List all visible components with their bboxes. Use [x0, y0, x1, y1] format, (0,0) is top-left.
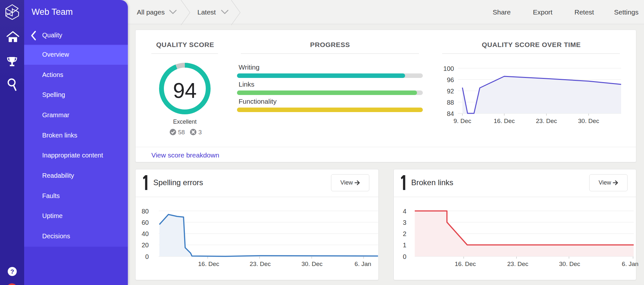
svg-text:?: ? [10, 268, 14, 275]
